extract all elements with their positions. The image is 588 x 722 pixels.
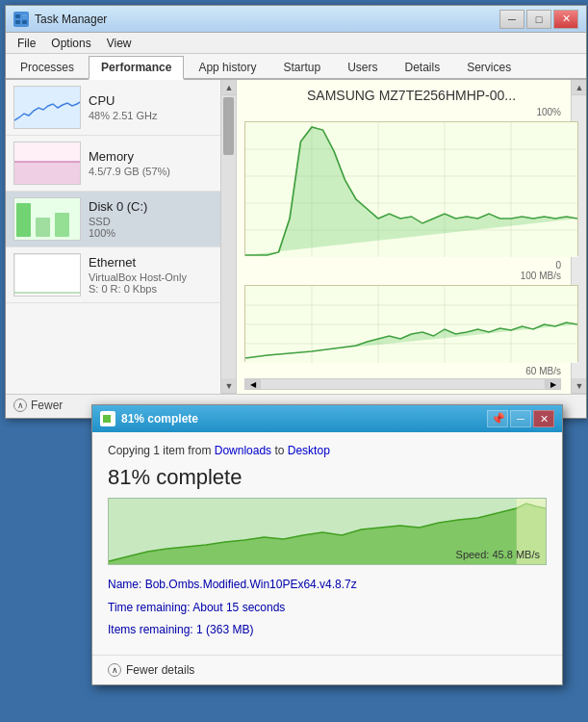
copy-dialog: 81% complete 📌 ─ ✕ Copying 1 item from D… [91,404,563,685]
copy-items-remaining: Items remaining: 1 (363 MB) [108,620,547,641]
memory-mini-graph [13,142,81,185]
svg-rect-0 [15,14,20,18]
title-bar-buttons: ─ □ ✕ [499,10,578,29]
menu-file[interactable]: File [10,35,43,52]
fewer-button[interactable]: ∧ Fewer [13,399,63,412]
memory-info: Memory 4.5/7.9 GB (57%) [89,149,228,177]
right-scroll-down[interactable]: ▼ [572,378,586,394]
graph-label-60mbs: 60 MB/s [244,366,561,376]
tab-processes[interactable]: Processes [8,56,87,78]
disk-info: Disk 0 (C:) SSD 100% [89,199,228,239]
speed-label: Speed: 45.8 MB/s [456,549,540,560]
copy-from-link[interactable]: Downloads [215,444,271,457]
fewer-chevron-icon: ∧ [13,399,27,412]
cpu-info: CPU 48% 2.51 GHz [89,93,228,121]
sidebar-item-cpu[interactable]: CPU 48% 2.51 GHz [6,80,236,136]
ethernet-speed: S: 0 R: 0 Kbps [89,283,228,295]
ethernet-mini-graph [13,253,81,297]
menu-view[interactable]: View [99,35,140,52]
ethernet-name: Ethernet [89,255,228,270]
copy-minimize-button[interactable]: ─ [510,410,531,427]
graph-label-100mbs: 100 MB/s [244,271,561,281]
copy-title-bar: 81% complete 📌 ─ ✕ [92,405,562,432]
tab-bar: Processes Performance App history Startu… [6,54,586,80]
scroll-down-arrow[interactable]: ▼ [221,378,237,394]
copy-close-button[interactable]: ✕ [533,410,554,427]
close-button[interactable]: ✕ [553,10,578,29]
disk-percent: 100% [89,227,228,239]
menu-options[interactable]: Options [43,35,98,52]
sidebar-scrollbar: ▲ ▼ [220,80,236,394]
svg-rect-1 [22,14,27,16]
svg-rect-3 [15,20,20,24]
copy-footer: ∧ Fewer details [92,655,562,684]
scroll-h-track[interactable] [261,379,545,389]
pin-button[interactable]: 📌 [487,410,508,427]
tab-app-history[interactable]: App history [186,56,268,78]
cpu-detail: 48% 2.51 GHz [89,110,228,121]
disk-mini-graph [13,197,81,241]
graph-label-0: 0 [244,260,561,271]
tab-services[interactable]: Services [454,56,524,78]
fewer-details-chevron-icon: ∧ [108,663,121,677]
maximize-button[interactable]: □ [526,10,551,29]
copy-time-remaining: Time remaining: About 15 seconds [108,598,547,619]
content-area: CPU 48% 2.51 GHz Memory 4.5/7.9 GB (57%) [6,80,586,394]
copy-from-text: Copying 1 item from [108,444,211,457]
scroll-up-arrow[interactable]: ▲ [221,80,237,95]
svg-rect-12 [55,213,69,237]
copy-dialog-icon [100,411,115,426]
disk-title: SAMSUNG MZ7TE256HMHP-00... [244,88,578,103]
memory-detail: 4.5/7.9 GB (57%) [89,166,228,177]
copy-dialog-body: Copying 1 item from Downloads to Desktop… [92,432,562,655]
copy-from-line: Copying 1 item from Downloads to Desktop [108,444,547,457]
graph-label-100: 100% [244,107,561,117]
fewer-details-button[interactable]: ∧ Fewer details [108,663,194,677]
task-manager-window: Task Manager ─ □ ✕ File Options View Pro… [5,5,587,419]
ethernet-host: VirtualBox Host-Only [89,271,228,283]
copy-title-text: 81% complete [121,412,485,425]
svg-rect-13 [14,254,81,297]
title-bar-text: Task Manager [35,13,499,26]
task-manager-icon [13,12,29,27]
sidebar-item-memory[interactable]: Memory 4.5/7.9 GB (57%) [6,136,236,192]
copy-details: Name: Bob.Ombs.Modified.Win10PEx64.v4.8.… [108,575,547,641]
menu-bar: File Options View [6,33,586,54]
copy-name: Name: Bob.Ombs.Modified.Win10PEx64.v4.8.… [108,575,547,596]
tab-details[interactable]: Details [392,56,452,78]
sidebar-item-ethernet[interactable]: Ethernet VirtualBox Host-Only S: 0 R: 0 … [6,247,236,303]
copy-to-link[interactable]: Desktop [288,444,330,457]
svg-rect-7 [14,162,81,185]
disk-type: SSD [89,216,228,227]
svg-rect-4 [22,20,27,24]
disk-speed-graph [244,285,578,362]
disk-detail-panel: ▲ ▼ SAMSUNG MZ7TE256HMHP-00... 100% [237,80,586,394]
disk-name: Disk 0 (C:) [89,199,228,214]
ethernet-info: Ethernet VirtualBox Host-Only S: 0 R: 0 … [89,255,228,295]
right-scroll-up[interactable]: ▲ [572,80,586,95]
fewer-label: Fewer [31,399,63,412]
device-sidebar: CPU 48% 2.51 GHz Memory 4.5/7.9 GB (57%) [6,80,237,394]
scroll-thumb[interactable] [223,97,234,155]
disk-activity-graph [244,121,578,256]
svg-rect-10 [16,203,31,237]
task-manager-title-bar: Task Manager ─ □ ✕ [6,6,586,33]
memory-name: Memory [89,149,228,164]
copy-to-text: to [274,444,287,457]
svg-rect-2 [22,17,27,18]
tab-startup[interactable]: Startup [270,56,333,78]
minimize-button[interactable]: ─ [499,10,524,29]
cpu-mini-graph [13,86,81,129]
scroll-right-arrow[interactable]: ▶ [545,379,560,389]
cpu-name: CPU [89,93,228,108]
svg-rect-11 [36,218,50,237]
fewer-details-label: Fewer details [126,663,194,677]
horizontal-scrollbar: ◀ ▶ [244,378,561,390]
copy-percent-label: 81% complete [108,465,547,490]
sidebar-item-disk[interactable]: Disk 0 (C:) SSD 100% [6,192,236,247]
tab-performance[interactable]: Performance [89,56,184,80]
tab-users[interactable]: Users [335,56,390,78]
copy-speed-graph: Speed: 45.8 MB/s [108,498,547,565]
svg-rect-5 [14,87,81,129]
scroll-left-arrow[interactable]: ◀ [245,379,261,389]
